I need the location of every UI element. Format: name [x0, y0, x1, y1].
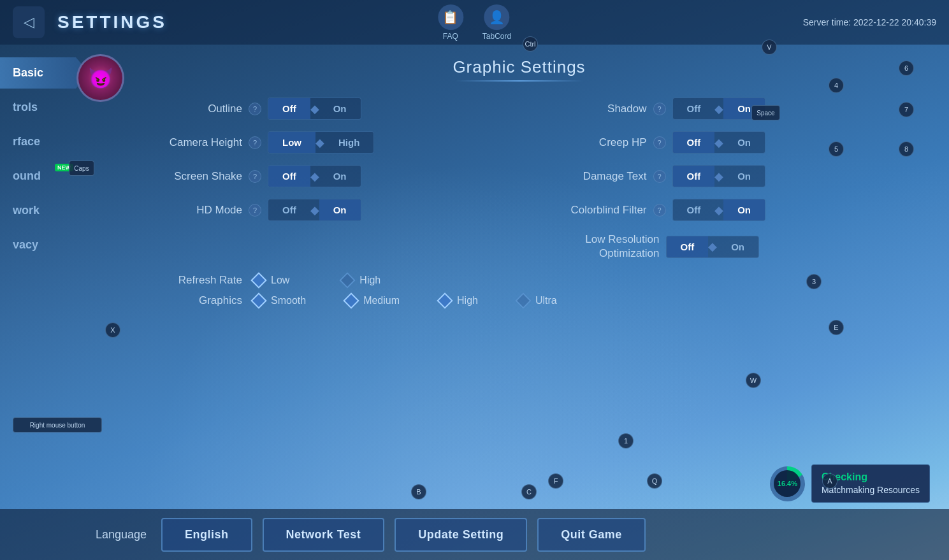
screen-shake-off-btn[interactable]: Off — [268, 166, 310, 187]
graphics-ultra-option[interactable]: Ultra — [516, 294, 557, 308]
screen-shake-on-btn[interactable]: On — [319, 166, 361, 187]
sidebar-item-privacy[interactable]: vacy — [0, 229, 89, 261]
outline-help[interactable]: ? — [249, 103, 261, 115]
progress-percent: 16.4% — [774, 470, 800, 497]
hd-mode-setting: HD Mode ? Off ◆ On — [153, 199, 519, 221]
damage-text-label: Damage Text — [558, 170, 647, 183]
progress-circle: 16.4% — [770, 466, 805, 501]
graphics-medium-option[interactable]: Medium — [344, 294, 400, 308]
update-setting-button[interactable]: Update Setting — [395, 518, 527, 552]
kbd-q: Q — [647, 473, 662, 489]
camera-height-label: Camera Height — [153, 136, 242, 149]
kbd-f: F — [548, 473, 563, 489]
low-res-setting: Low ResolutionOptimization Off ◆ On — [558, 233, 924, 261]
hd-mode-toggle: Off ◆ On — [268, 199, 361, 221]
graphics-smooth-label: Smooth — [271, 295, 306, 306]
language-label: Language — [96, 528, 147, 542]
creep-hp-toggle: Off ◆ On — [672, 131, 766, 154]
screen-shake-label: Screen Shake — [153, 170, 242, 183]
refresh-high-label: High — [359, 275, 380, 286]
kbd-b: B — [411, 484, 426, 499]
colorblind-toggle: Off ◆ On — [672, 199, 766, 221]
graphics-high-label: High — [457, 295, 478, 306]
damage-text-help[interactable]: ? — [653, 170, 666, 183]
faq-icon: 📋 — [438, 4, 463, 30]
top-center-nav: 📋 FAQ 👤 TabCord — [438, 4, 511, 41]
colorblind-off-btn[interactable]: Off — [673, 199, 715, 220]
damage-text-setting: Damage Text ? Off ◆ On — [558, 165, 924, 187]
top-bar: ◁ SETTINGS 📋 FAQ 👤 TabCord Server time: … — [0, 0, 949, 45]
creep-hp-setting: Creep HP ? Off ◆ On — [558, 131, 924, 154]
server-time: Server time: 2022-12-22 20:40:39 — [803, 17, 936, 27]
screen-shake-toggle: Off ◆ On — [268, 165, 361, 187]
low-res-on-btn[interactable]: On — [717, 236, 758, 257]
low-res-off-btn[interactable]: Off — [667, 236, 709, 257]
refresh-high-option[interactable]: High — [340, 273, 380, 287]
camera-height-setting: Camera Height ? Low ◆ High — [153, 131, 519, 154]
refresh-low-option[interactable]: Low — [252, 273, 289, 287]
refresh-low-label: Low — [271, 275, 289, 286]
outline-on-btn[interactable]: On — [319, 98, 361, 119]
graphics-ultra-diamond — [515, 292, 531, 308]
camera-high-btn[interactable]: High — [324, 132, 373, 153]
section-underline — [456, 80, 583, 82]
quit-game-button[interactable]: Quit Game — [537, 518, 646, 552]
outline-toggle: Off ◆ On — [268, 97, 361, 120]
kbd-ctrl: Ctrl — [523, 36, 538, 52]
refresh-low-diamond — [250, 272, 266, 288]
camera-height-help[interactable]: ? — [249, 136, 261, 149]
graphics-smooth-option[interactable]: Smooth — [252, 294, 306, 308]
back-button[interactable]: ◁ — [13, 6, 45, 38]
shadow-help[interactable]: ? — [653, 103, 666, 115]
low-res-label: Low ResolutionOptimization — [558, 233, 660, 261]
empty-left — [153, 233, 519, 261]
network-test-button[interactable]: Network Test — [263, 518, 385, 552]
hd-mode-off-btn[interactable]: Off — [268, 199, 310, 220]
settings-grid: Outline ? Off ◆ On Shadow ? Off ◆ On Cam… — [153, 97, 924, 261]
colorblind-label: Colorblind Filter — [558, 204, 647, 217]
outline-off-btn[interactable]: Off — [268, 98, 310, 119]
graphics-smooth-diamond — [250, 292, 266, 308]
colorblind-on-btn[interactable]: On — [723, 199, 765, 220]
creep-hp-help[interactable]: ? — [653, 136, 666, 149]
creep-hp-off-btn[interactable]: Off — [673, 132, 715, 153]
sidebar-item-network[interactable]: work — [0, 195, 89, 226]
section-title: Graphic Settings — [115, 57, 924, 77]
camera-low-btn[interactable]: Low — [268, 132, 315, 153]
damage-text-on-btn[interactable]: On — [723, 166, 765, 187]
kbd-x: X — [105, 322, 120, 338]
colorblind-help[interactable]: ? — [653, 204, 666, 217]
kbd-8: 8 — [899, 141, 914, 157]
faq-button[interactable]: 📋 FAQ — [438, 4, 463, 41]
graphics-section: Graphics Smooth Medium High — [153, 294, 924, 308]
outline-label: Outline — [153, 103, 242, 115]
outline-setting: Outline ? Off ◆ On — [153, 97, 519, 120]
progress-sublabel: Matchmaking Resources — [822, 484, 920, 497]
graphics-row: Graphics Smooth Medium High — [153, 294, 924, 308]
kbd-space: Space — [751, 105, 780, 120]
hd-mode-on-btn[interactable]: On — [319, 199, 361, 220]
damage-text-off-btn[interactable]: Off — [673, 166, 715, 187]
tabcord-button[interactable]: 👤 TabCord — [482, 4, 511, 41]
screen-shake-help[interactable]: ? — [249, 170, 261, 183]
kbd-5: 5 — [829, 141, 844, 157]
sidebar-item-controls[interactable]: trols — [0, 92, 89, 123]
sidebar: Basic trols rface NEW ound work vacy — [0, 45, 89, 509]
graphics-label: Graphics — [153, 294, 242, 307]
graphics-high-option[interactable]: High — [438, 294, 478, 308]
hd-mode-help[interactable]: ? — [249, 204, 261, 217]
kbd-a: A — [822, 473, 837, 489]
sidebar-item-interface[interactable]: rface — [0, 126, 89, 157]
shadow-label: Shadow — [558, 103, 647, 115]
refresh-high-diamond — [340, 272, 356, 288]
creep-hp-on-btn[interactable]: On — [723, 132, 765, 153]
kbd-7: 7 — [899, 102, 914, 117]
sidebar-item-basic[interactable]: Basic — [0, 57, 89, 89]
graphics-medium-label: Medium — [363, 295, 400, 306]
language-english-button[interactable]: English — [161, 518, 252, 552]
hd-mode-label: HD Mode — [153, 204, 242, 217]
tabcord-icon: 👤 — [484, 4, 509, 30]
creep-hp-label: Creep HP — [558, 136, 647, 149]
graphics-medium-diamond — [343, 292, 359, 308]
shadow-off-btn[interactable]: Off — [673, 98, 715, 119]
